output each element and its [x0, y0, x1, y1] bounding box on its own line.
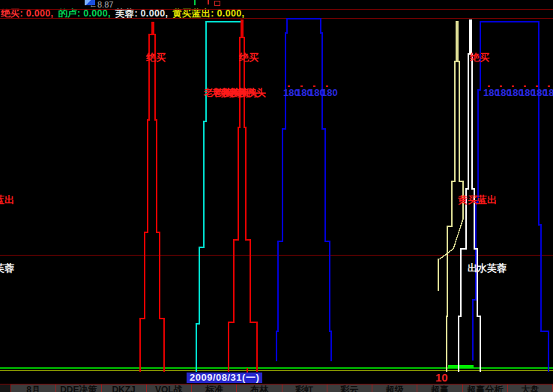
signal-label-chu-shui-fu-rong: 出水芙蓉 [468, 263, 507, 274]
tab-bar-lead [0, 385, 11, 392]
red-dot-marker [524, 85, 526, 87]
value-label-180-left: 180 [321, 88, 338, 98]
status-date-bar: 2009/08/31(一) 10 [0, 373, 553, 384]
signal-label-huang-mai-lan-chu-clipped: 黄买蓝出 [0, 195, 14, 205]
red-dot-marker [288, 85, 290, 87]
signal-label-chu-shui-fu-rong-clipped: 出水芙蓉 [0, 263, 14, 274]
page-number-label: 10 [435, 372, 448, 384]
red-dot-marker [548, 85, 550, 87]
red-spike-1 [140, 22, 164, 372]
red-dot-marker [512, 85, 514, 87]
red-dot-marker [488, 85, 490, 87]
red-dot-marker [313, 85, 315, 87]
tab-DKZJ[interactable]: DKZJ [102, 385, 147, 392]
signal-label-jue-mai-2: 绝买 [239, 52, 259, 63]
tab-超级[interactable]: 超级 [372, 385, 417, 392]
tab-布林[interactable]: 布林 [237, 385, 282, 392]
tab-8月[interactable]: 8月 [11, 385, 56, 392]
tab-超赢[interactable]: 超赢 [417, 385, 462, 392]
signal-label-duck-head-overlap: 老鸭头 [237, 88, 266, 98]
signal-label-jue-mai-3: 绝买 [470, 52, 489, 63]
indicator-tab-bar: 8月DDE决策DKZJVOL战标准布林彩虹彩云超级超赢超赢分析大盘 [0, 384, 553, 392]
yellow-spike-left-leg [447, 21, 456, 372]
tab-彩云[interactable]: 彩云 [327, 385, 372, 392]
tab-超赢分析[interactable]: 超赢分析 [463, 385, 508, 392]
red-dot-marker [536, 85, 538, 87]
date-label[interactable]: 2009/08/31(一) [187, 373, 262, 383]
tab-大盘[interactable]: 大盘 [508, 385, 553, 392]
yellow-spike-right-leg [438, 21, 463, 291]
red-dot-marker [300, 85, 303, 87]
value-label-180-right: 180 [543, 88, 553, 98]
signal-label-huang-mai-lan-chu: 黄买蓝出 [458, 195, 497, 205]
signal-label-jue-mai-1: 绝买 [146, 52, 166, 63]
tab-标准[interactable]: 标准 [192, 385, 237, 392]
red-dot-marker [500, 85, 502, 87]
tab-VOL战[interactable]: VOL战 [147, 385, 192, 392]
red-dot-marker [326, 85, 328, 87]
tab-DDE决策[interactable]: DDE决策 [56, 385, 101, 392]
tab-彩虹[interactable]: 彩虹 [282, 385, 327, 392]
red-spike-2 [229, 20, 257, 372]
trading-app-window: ←8.87 绝买: 0.000,的卢: 0.000,芙蓉: 0.000,黄买蓝出… [0, 0, 553, 392]
blue-trapezoid-left [276, 19, 331, 361]
